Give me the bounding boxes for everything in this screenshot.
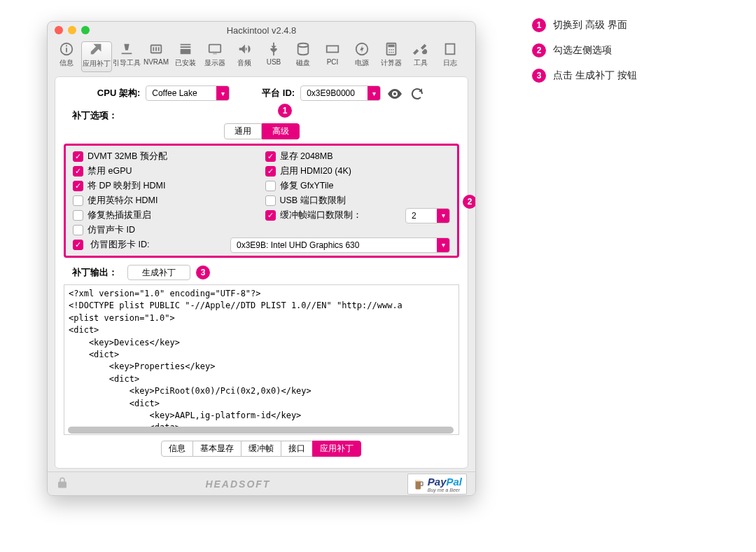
toolbar-info[interactable]: 信息 [52, 41, 81, 72]
option-right-2[interactable]: 修复 GfxYTile [265, 179, 451, 193]
option-right-1[interactable]: ✓启用 HDMI20 (4K) [265, 165, 451, 178]
svg-point-13 [388, 52, 390, 53]
toolbar: 信息应用补丁引导工具NVRAM已安装显示器音频USB磁盘PCI电源计算器工具日志 [48, 39, 475, 72]
tab-advanced[interactable]: 高级 [262, 123, 300, 139]
svg-point-12 [393, 49, 394, 50]
titlebar: Hackintool v2.4.8 [48, 22, 475, 39]
advanced-options-box: ✓DVMT 32MB 预分配✓显存 2048MB✓禁用 eGPU✓启用 HDMI… [64, 144, 459, 258]
brand-label: HEADSOFT [69, 478, 407, 490]
toolbar-patch[interactable]: 应用补丁 [81, 41, 112, 72]
legend-item: 1切换到 高级 界面 [532, 18, 637, 32]
main-card: CPU 架构: Coffee Lake▾ 平台 ID: 0x3E9B0000▾ … [55, 76, 468, 469]
patch-output-label: 补丁输出： [72, 266, 118, 279]
eye-icon[interactable] [386, 85, 403, 101]
svg-rect-16 [446, 44, 455, 55]
svg-point-11 [391, 49, 392, 50]
patch-options-label: 补丁选项： [72, 109, 459, 122]
toolbar-tools[interactable]: 工具 [406, 41, 435, 72]
patch-output-code[interactable]: <?xml version="1.0" encoding="UTF-8"?> <… [64, 284, 459, 435]
platform-id-select[interactable]: 0x3E9B0000▾ [300, 85, 381, 101]
generate-patch-button[interactable]: 生成补丁 [127, 265, 190, 280]
window-title: Hackintool v2.4.8 [48, 25, 475, 36]
toolbar-display[interactable]: 显示器 [200, 41, 230, 72]
output-tab[interactable]: 基本显存 [192, 441, 241, 457]
platform-id-label: 平台 ID: [262, 87, 295, 99]
svg-rect-1 [66, 48, 67, 52]
tab-general[interactable]: 通用 [224, 123, 262, 139]
option-right-0[interactable]: ✓显存 2048MB [265, 150, 451, 163]
option-left-4[interactable]: 修复热插拔重启 [73, 209, 258, 222]
toolbar-installed[interactable]: 已安装 [171, 41, 200, 72]
footer: HEADSOFT PayPal Buy me a Beer [48, 471, 475, 495]
toolbar-pci[interactable]: PCI [318, 41, 347, 72]
output-tabs: 信息基本显存缓冲帧接口应用补丁 [64, 441, 459, 457]
callout-1: 1 [278, 104, 292, 118]
chevron-down-icon: ▾ [216, 86, 229, 100]
platform-id-value: 0x3E9B0000 [307, 88, 355, 98]
toolbar-calc[interactable]: 计算器 [377, 41, 406, 72]
output-tab[interactable]: 应用补丁 [312, 441, 361, 457]
legend-item: 2勾选左侧选项 [532, 43, 637, 57]
patch-tabs: 通用 高级 [64, 123, 459, 139]
cpu-arch-select[interactable]: Coffee Lake▾ [146, 85, 230, 101]
paypal-sub: Buy me a Beer [428, 488, 462, 492]
legend: 1切换到 高级 界面2勾选左侧选项3点击 生成补丁 按钮 [532, 18, 637, 94]
svg-rect-2 [66, 46, 67, 47]
paypal-button[interactable]: PayPal Buy me a Beer [407, 474, 467, 495]
option-left-3[interactable]: 使用英特尔 HDMI [73, 194, 258, 207]
output-tab[interactable]: 信息 [161, 441, 193, 457]
svg-point-15 [393, 52, 394, 53]
toolbar-power[interactable]: 电源 [347, 41, 377, 72]
toolbar-disks[interactable]: 磁盘 [288, 41, 318, 72]
toolbar-usb[interactable]: USB [259, 41, 288, 72]
svg-rect-4 [209, 45, 221, 53]
lock-icon[interactable] [56, 476, 69, 492]
toolbar-logs[interactable]: 日志 [435, 41, 465, 72]
output-tab[interactable]: 缓冲帧 [241, 441, 281, 457]
cpu-arch-label: CPU 架构: [97, 87, 140, 99]
option-spoof-gfx[interactable]: ✓仿冒图形卡 ID:0x3E9B: Intel UHD Graphics 630… [73, 238, 450, 251]
chevron-down-icon: ▾ [368, 86, 380, 100]
cpu-arch-value: Coffee Lake [152, 88, 197, 98]
toolbar-nvram[interactable]: NVRAM [141, 41, 171, 72]
option-left-5[interactable]: 仿冒声卡 ID [73, 223, 258, 237]
legend-item: 3点击 生成补丁 按钮 [532, 69, 637, 83]
svg-rect-9 [388, 45, 394, 48]
option-left-2[interactable]: ✓将 DP 映射到 HDMI [73, 179, 258, 193]
toolbar-bootloader[interactable]: 引导工具 [112, 41, 141, 72]
refresh-icon[interactable] [409, 85, 426, 101]
svg-point-5 [298, 43, 309, 48]
callout-3: 3 [196, 265, 210, 280]
callout-2: 2 [463, 195, 476, 209]
output-tab[interactable]: 接口 [281, 441, 313, 457]
option-right-3[interactable]: USB 端口数限制 [265, 194, 451, 207]
beer-icon [412, 477, 425, 491]
svg-point-10 [388, 49, 390, 50]
toolbar-audio[interactable]: 音频 [230, 41, 259, 72]
svg-point-17 [393, 92, 396, 95]
option-left-1[interactable]: ✓禁用 eGPU [73, 165, 258, 178]
svg-point-14 [391, 52, 392, 53]
app-window: Hackintool v2.4.8 信息应用补丁引导工具NVRAM已安装显示器音… [47, 21, 476, 496]
svg-rect-6 [327, 46, 339, 52]
option-right-4[interactable]: ✓缓冲帧端口数限制：2▾ [265, 209, 451, 222]
option-left-0[interactable]: ✓DVMT 32MB 预分配 [73, 150, 258, 163]
